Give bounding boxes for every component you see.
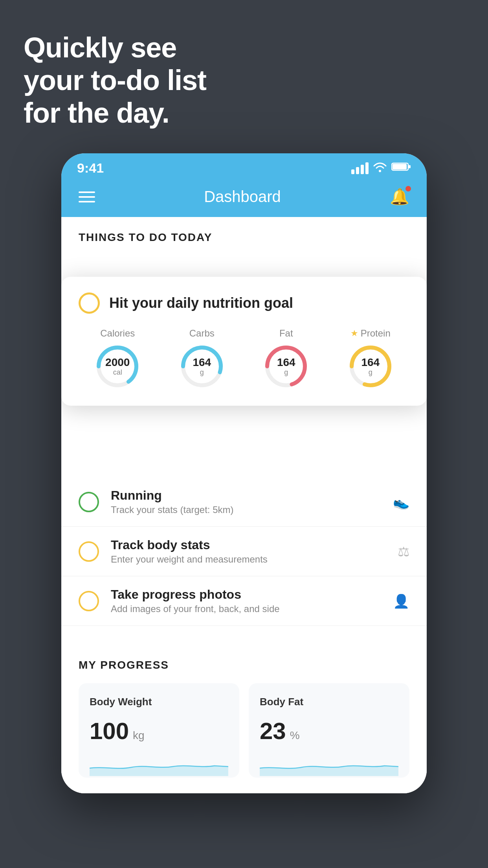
- nutrition-label-row: Fat: [279, 328, 293, 339]
- bell-icon[interactable]: 🔔: [390, 188, 409, 206]
- progress-title: MY PROGRESS: [79, 659, 409, 671]
- list-item-title: Take progress photos: [111, 587, 381, 602]
- nutrition-row: Calories 2000 cal Carbs 164 g Fat 164 g …: [79, 328, 409, 390]
- hero-line1: Quickly see: [24, 31, 206, 64]
- donut-chart: 164 g: [178, 343, 226, 390]
- things-to-do-section: THINGS TO DO TODAY: [61, 217, 427, 253]
- nutrition-label-text: Carbs: [189, 328, 215, 339]
- nutrition-card-title: Hit your daily nutrition goal: [109, 295, 293, 311]
- svg-rect-2: [393, 164, 407, 169]
- progress-card[interactable]: Body Fat 23 %: [249, 683, 409, 778]
- floating-card-wrapper: Hit your daily nutrition goal Calories 2…: [61, 253, 427, 387]
- list-item-circle: [79, 492, 99, 512]
- phone-frame: 9:41: [61, 153, 427, 793]
- list-item-icon: 👤: [393, 593, 409, 609]
- things-to-do-title: THINGS TO DO TODAY: [79, 231, 212, 243]
- phone-body: THINGS TO DO TODAY Hit your daily nutrit…: [61, 217, 427, 793]
- list-item-content: Running Track your stats (target: 5km): [111, 488, 381, 515]
- hamburger-menu[interactable]: [79, 191, 95, 202]
- donut-chart: 164 g: [262, 343, 310, 390]
- status-bar: 9:41: [61, 153, 427, 180]
- list-item-subtitle: Enter your weight and measurements: [111, 554, 386, 565]
- progress-card-title: Body Fat: [260, 696, 398, 708]
- nutrition-label-text: Calories: [100, 328, 135, 339]
- svg-rect-1: [409, 165, 411, 168]
- progress-mini-chart: [90, 752, 228, 776]
- hero-text: Quickly see your to-do list for the day.: [24, 31, 206, 129]
- nutrition-label-text: Fat: [279, 328, 293, 339]
- nutrition-label-row: ★Protein: [350, 328, 391, 339]
- list-items-area: Running Track your stats (target: 5km) 👟…: [61, 387, 427, 626]
- hero-line3: for the day.: [24, 97, 206, 129]
- list-item[interactable]: Take progress photos Add images of your …: [61, 576, 427, 626]
- list-item-title: Running: [111, 488, 381, 503]
- status-time: 9:41: [77, 160, 104, 176]
- progress-card-value: 100 kg: [90, 717, 228, 745]
- list-item-icon: 👟: [393, 494, 409, 510]
- hero-line2: your to-do list: [24, 64, 206, 97]
- progress-card-unit: kg: [133, 729, 145, 742]
- nav-title: Dashboard: [204, 188, 281, 206]
- nutrition-item: ★Protein 164 g: [347, 328, 394, 390]
- nutrition-label-row: Carbs: [189, 328, 215, 339]
- list-item-subtitle: Track your stats (target: 5km): [111, 504, 381, 515]
- progress-cards: Body Weight 100 kg Body Fat 23 %: [79, 683, 409, 778]
- status-icons: [351, 161, 411, 175]
- list-item-subtitle: Add images of your front, back, and side: [111, 603, 381, 614]
- progress-card[interactable]: Body Weight 100 kg: [79, 683, 239, 778]
- nutrition-label-row: Calories: [100, 328, 135, 339]
- nav-bar: Dashboard 🔔: [61, 180, 427, 217]
- list-item-content: Track body stats Enter your weight and m…: [111, 538, 386, 565]
- list-item[interactable]: Track body stats Enter your weight and m…: [61, 527, 427, 576]
- nutrition-label-text: Protein: [361, 328, 391, 339]
- wifi-icon: [373, 161, 387, 175]
- progress-card-number: 23: [260, 717, 286, 745]
- nutrition-item: Calories 2000 cal: [94, 328, 141, 390]
- star-icon: ★: [350, 328, 358, 338]
- battery-icon: [391, 162, 411, 175]
- nutrition-item: Fat 164 g: [262, 328, 310, 390]
- list-item-circle: [79, 591, 99, 611]
- signal-bars-icon: [351, 162, 369, 174]
- bell-notification-dot: [405, 186, 411, 191]
- list-item[interactable]: Running Track your stats (target: 5km) 👟: [61, 477, 427, 527]
- list-item-icon: ⚖: [398, 544, 409, 559]
- progress-mini-chart: [260, 752, 398, 776]
- phone-bottom: [61, 778, 427, 793]
- progress-card-value: 23 %: [260, 717, 398, 745]
- donut-chart: 164 g: [347, 343, 394, 390]
- nutrition-item: Carbs 164 g: [178, 328, 226, 390]
- progress-section: MY PROGRESS Body Weight 100 kg Body Fat …: [61, 642, 427, 778]
- nutrition-card: Hit your daily nutrition goal Calories 2…: [61, 277, 427, 406]
- nutrition-card-header: Hit your daily nutrition goal: [79, 292, 409, 314]
- list-item-title: Track body stats: [111, 538, 386, 552]
- progress-card-title: Body Weight: [90, 696, 228, 708]
- donut-chart: 2000 cal: [94, 343, 141, 390]
- list-item-content: Take progress photos Add images of your …: [111, 587, 381, 614]
- progress-card-unit: %: [290, 729, 300, 742]
- list-item-circle: [79, 541, 99, 562]
- nutrition-status-circle: [79, 292, 100, 314]
- progress-card-number: 100: [90, 717, 129, 745]
